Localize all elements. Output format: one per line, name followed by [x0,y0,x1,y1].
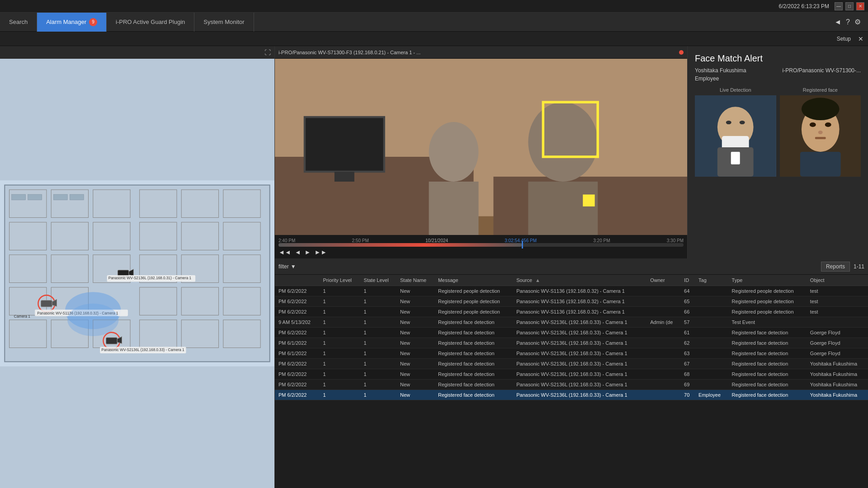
back-icon[interactable]: ◄ [834,18,841,26]
gear-icon[interactable]: ⚙ [854,18,861,26]
table-header-row: Priority Level State Level State Name Me… [275,275,868,286]
live-face-svg [695,95,776,177]
svg-point-80 [825,122,831,127]
tab-search[interactable]: Search [0,13,37,32]
col-object[interactable]: Object [807,275,868,286]
col-type[interactable]: Type [728,275,807,286]
svg-rect-2 [9,190,47,218]
svg-rect-25 [181,287,218,315]
col-state-level[interactable]: State Level [360,275,396,286]
svg-rect-76 [731,152,740,164]
table-row[interactable]: PM 6/1/202211NewRegistered face detectio… [275,338,868,348]
table-row[interactable]: PM 6/2/202211NewRegistered people detect… [275,307,868,317]
svg-rect-37 [41,300,52,307]
reports-button[interactable]: Reports [821,262,850,272]
help-icon[interactable]: ? [846,18,850,26]
live-detection-col: Live Detection [695,87,776,251]
svg-rect-20 [140,287,177,315]
svg-point-74 [740,121,745,124]
registered-face-col: Registered face [780,87,861,251]
right-section: i-PRO/Panasonic WV-S71300-F3 (192.168.0.… [275,46,868,488]
table-row[interactable]: 9 AM 5/13/20211NewRegistered face detect… [275,317,868,328]
svg-rect-27 [223,190,260,218]
svg-point-51 [67,304,118,336]
table-row[interactable]: PM 6/1/202211NewRegistered face detectio… [275,348,868,359]
svg-point-79 [809,122,816,127]
top-right: i-PRO/Panasonic WV-S71300-F3 (192.168.0.… [275,46,868,258]
camera-feed-content: 6/21/2024 18:03:04 [275,59,687,235]
time-label-2: 2:50 PM [352,238,369,243]
svg-rect-6 [9,320,47,348]
alarm-data-table: Priority Level State Level State Name Me… [275,275,868,400]
alert-person-name: Yoshitaka Fukushima [695,67,746,74]
svg-rect-17 [140,190,177,218]
time-labels: 2:40 PM 2:50 PM 10/21/2024 3:02:54.456 P… [278,238,684,243]
setup-button[interactable]: Setup [833,35,854,43]
tab-alarm-manager[interactable]: Alarm Manager 9 [37,13,107,32]
svg-rect-65 [583,194,594,206]
svg-point-60 [528,102,598,182]
rewind-button[interactable]: ◄◄ [278,249,291,256]
svg-rect-26 [181,320,218,348]
play-back-button[interactable]: ◄ [295,249,301,256]
alert-info-row: Yoshitaka Fukushima i-PRO/Panasonic WV-S… [695,67,861,74]
alert-images-row: Live Detection [695,87,861,251]
nav-bar: Search Alarm Manager 9 i-PRO Active Guar… [0,13,868,32]
fast-forward-button[interactable]: ►► [314,249,327,256]
col-owner[interactable]: Owner [646,275,680,286]
table-row[interactable]: PM 6/2/202211NewRegistered face detectio… [275,359,868,369]
tab-system-monitor[interactable]: System Monitor [194,13,254,32]
floor-plan-svg: Camera 1 Panasonic WV-S1136 (192.168.0.3… [0,59,274,488]
svg-rect-61 [528,182,598,235]
playback-timeline[interactable] [278,243,684,247]
col-priority[interactable]: Priority Level [319,275,360,286]
table-row[interactable]: PM 6/2/202211NewRegistered face detectio… [275,369,868,380]
col-id[interactable]: ID [680,275,695,286]
sort-icon: ▲ [535,277,540,283]
table-row[interactable]: PM 6/2/202211NewRegistered face detectio… [275,328,868,338]
main-content: ⛶ [0,46,868,488]
filter-button[interactable]: filter ▼ [278,263,296,270]
play-forward-button[interactable]: ► [305,249,311,256]
svg-rect-35 [70,194,84,200]
tab-guard-plugin[interactable]: i-PRO Active Guard Plugin [107,13,194,32]
svg-point-63 [429,122,479,182]
table-row[interactable]: PM 6/2/202211NewRegistered face detectio… [275,380,868,390]
col-source[interactable]: Source ▲ [513,275,646,286]
registered-label: Registered face [780,87,861,93]
registered-face-image [780,95,861,177]
setup-close-icon[interactable]: ✕ [858,35,863,42]
playback-progress [278,243,522,247]
svg-rect-21 [140,320,177,348]
table-row[interactable]: PM 6/2/202211NewRegistered people detect… [275,286,868,296]
alert-source: i-PRO/Panasonic WV-S71300-... [783,67,861,74]
col-tag[interactable]: Tag [695,275,728,286]
table-section: filter ▼ Reports 1-11 Priority Level Sta… [275,258,868,488]
expand-icon[interactable]: ⛶ [264,49,271,56]
datetime-display: 6/2/2022 6:13:23 PM [779,3,829,9]
close-button[interactable]: ✕ [856,2,864,10]
playback-date: 10/21/2024 [425,238,448,243]
camera-feed-panel: i-PRO/Panasonic WV-S71300-F3 (192.168.0.… [275,46,687,258]
registered-face-svg [780,95,861,177]
svg-point-73 [726,121,731,124]
svg-rect-47 [106,338,118,344]
camera-title: i-PRO/Panasonic WV-S71300-F3 (192.168.0.… [278,50,676,55]
col-state-name[interactable]: State Name [396,275,434,286]
col-message[interactable]: Message [434,275,513,286]
table-toolbar: filter ▼ Reports 1-11 [275,258,868,275]
svg-rect-23 [181,222,218,250]
svg-rect-84 [800,152,840,177]
svg-rect-82 [815,137,826,139]
table-row[interactable]: PM 6/2/202211NewRegistered face detectio… [275,390,868,400]
floor-map-header: ⛶ [0,46,274,59]
table-row[interactable]: PM 6/2/202211NewRegistered people detect… [275,296,868,307]
svg-rect-34 [53,194,67,200]
minimize-button[interactable]: — [835,2,843,10]
svg-rect-22 [181,190,218,218]
setup-bar: Setup ✕ [0,32,868,46]
live-detection-image [695,95,776,177]
time-label-3: 3:20 PM [593,238,610,243]
count-label: 1-11 [854,263,864,270]
maximize-button[interactable]: □ [845,2,854,10]
